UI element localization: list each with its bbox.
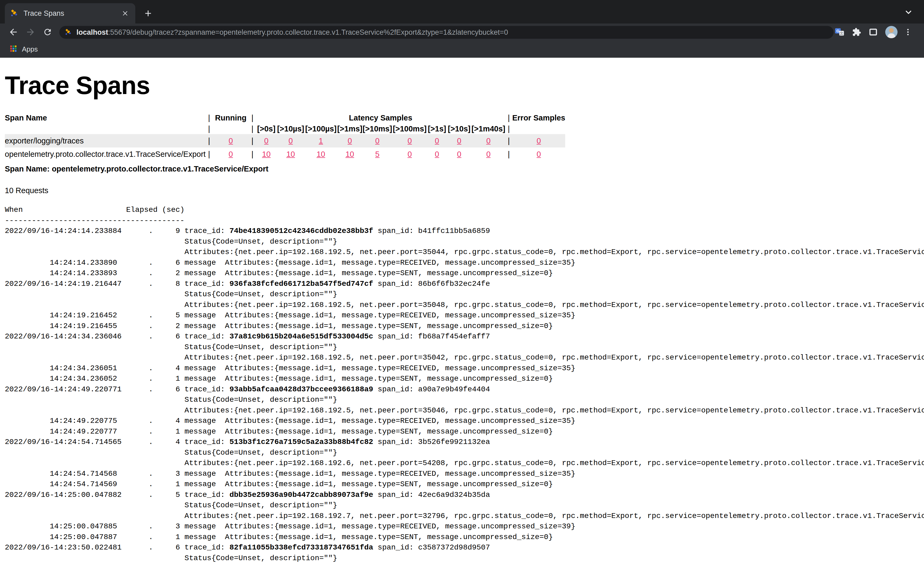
bucket-count-8-link[interactable]: 0: [486, 150, 491, 158]
running-count-link[interactable]: 0: [229, 137, 233, 145]
bucket-count-7: 0: [447, 134, 472, 147]
request-event-line: 14:24:14.233890 . 6 message Attributes:{…: [5, 258, 924, 268]
bucket-count-1-link[interactable]: 10: [286, 150, 295, 158]
side-panel-icon[interactable]: [866, 25, 880, 39]
bucket-count-5: 0: [392, 147, 427, 161]
separator: |: [205, 112, 213, 123]
error-count: 0: [512, 134, 565, 147]
forward-button[interactable]: [24, 25, 37, 39]
separator: |: [205, 134, 213, 147]
empty-cell: [5, 123, 205, 134]
log-header: When Elapsed (sec): [5, 205, 924, 215]
bucket-count-4: 0: [362, 134, 392, 147]
bucket-label-7: [>10s]: [447, 123, 472, 134]
col-span-name: Span Name: [5, 112, 205, 123]
bucket-count-0: 0: [256, 134, 277, 147]
col-latency-samples: Latency Samples: [256, 112, 505, 123]
bucket-count-8-link[interactable]: 0: [486, 137, 491, 145]
bucket-count-6-link[interactable]: 0: [435, 137, 439, 145]
bucket-count-2: 10: [305, 147, 337, 161]
bucket-count-5-link[interactable]: 0: [407, 137, 412, 145]
selected-span-name: Span Name: opentelemetry.proto.collector…: [5, 164, 924, 173]
bookmark-bar: Apps: [0, 40, 924, 58]
request-attributes-line: Attributes:{net.peer.ip=192.168.192.7, n…: [5, 511, 924, 521]
browser-window: Trace Spans: [0, 0, 924, 577]
bucket-count-7: 0: [447, 147, 472, 161]
request-attributes-line: Attributes:{net.peer.ip=192.168.192.6, n…: [5, 458, 924, 469]
bucket-count-7-link[interactable]: 0: [457, 150, 461, 158]
extensions-puzzle-icon[interactable]: [850, 25, 864, 39]
bucket-count-8: 0: [472, 147, 505, 161]
bucket-count-0: 10: [256, 147, 277, 161]
error-count-link[interactable]: 0: [536, 150, 541, 158]
bucket-count-4: 5: [362, 147, 392, 161]
tab-title: Trace Spans: [24, 9, 115, 18]
url-bar[interactable]: localhost:55679/debug/tracez?zspanname=o…: [59, 26, 834, 39]
separator: |: [505, 123, 512, 134]
request-event-line: 14:25:00.047887 . 1 message Attributes:{…: [5, 532, 924, 543]
request-event-line: 14:25:00.047885 . 3 message Attributes:{…: [5, 521, 924, 532]
request-when-line: 2022/09/16-14:23:50.022481 . 6 trace_id:…: [5, 542, 924, 553]
bucket-count-3: 10: [337, 147, 362, 161]
bucket-count-0-link[interactable]: 0: [264, 137, 268, 145]
bucket-label-1: [>10µs]: [277, 123, 305, 134]
running-count-link[interactable]: 0: [229, 150, 233, 158]
new-tab-button[interactable]: [142, 7, 155, 20]
avatar[interactable]: [884, 25, 898, 39]
bucket-count-2-link[interactable]: 10: [317, 150, 325, 158]
request-status-line: Status{Code=Unset, description=""}: [5, 500, 924, 511]
request-attributes-line: Attributes:{net.peer.ip=192.168.192.5, n…: [5, 247, 924, 258]
bucket-count-4-link[interactable]: 0: [375, 137, 380, 145]
bucket-count-3: 0: [337, 134, 362, 147]
svg-text:G: G: [836, 29, 840, 33]
requests-count: 10 Requests: [5, 186, 924, 195]
bucket-count-1: 0: [277, 134, 305, 147]
request-event-line: 14:24:34.236052 . 1 message Attributes:{…: [5, 374, 924, 384]
translate-icon[interactable]: G 文: [833, 25, 846, 39]
apps-grid-icon[interactable]: [10, 45, 17, 53]
bucket-count-5-link[interactable]: 0: [407, 150, 412, 158]
reload-button[interactable]: [40, 25, 55, 39]
request-when-line: 2022/09/16-14:24:14.233884 . 9 trace_id:…: [5, 226, 924, 237]
summary-header-row: Span Name | Running | Latency Samples | …: [5, 112, 565, 123]
request-status-line: Status{Code=Unset, description=""}: [5, 447, 924, 458]
span-row: exporter/logging/traces|0|001000000|0: [5, 134, 565, 147]
error-count: 0: [512, 147, 565, 161]
bucket-label-6: [>1s]: [427, 123, 447, 134]
request-event-line: 14:24:34.236051 . 4 message Attributes:{…: [5, 363, 924, 374]
back-button[interactable]: [6, 25, 20, 39]
bucket-label-2: [>100µs]: [305, 123, 337, 134]
bookmark-apps[interactable]: Apps: [22, 45, 38, 53]
running-count: 0: [213, 134, 249, 147]
url-path: :55679/debug/tracez?zspanname=openteleme…: [108, 28, 508, 36]
error-count-link[interactable]: 0: [536, 137, 541, 145]
browser-tab[interactable]: Trace Spans: [5, 3, 135, 24]
bucket-count-0-link[interactable]: 10: [262, 150, 271, 158]
bucket-count-1-link[interactable]: 0: [289, 137, 293, 145]
bucket-count-8: 0: [472, 134, 505, 147]
tab-close-icon[interactable]: [120, 8, 130, 18]
url-text[interactable]: localhost:55679/debug/tracez?zspanname=o…: [76, 28, 508, 37]
request-event-line: 14:24:54.714569 . 1 message Attributes:{…: [5, 479, 924, 490]
request-status-line: Status{Code=Unset, description=""}: [5, 553, 924, 564]
trace-id: 936fa38fcfed661712ba547f5ed747cf: [229, 280, 373, 288]
bucket-label-0: [>0s]: [256, 123, 277, 134]
bucket-count-3-link[interactable]: 10: [346, 150, 354, 158]
bucket-label-5: [>100ms]: [392, 123, 427, 134]
request-event-line: 14:24:49.220775 . 4 message Attributes:{…: [5, 416, 924, 426]
bucket-count-3-link[interactable]: 0: [347, 137, 352, 145]
tab-search-chevron-icon[interactable]: [903, 6, 914, 18]
bucket-count-7-link[interactable]: 0: [457, 137, 461, 145]
bucket-count-4-link[interactable]: 5: [375, 150, 380, 158]
bucket-count-6-link[interactable]: 0: [435, 150, 439, 158]
bucket-count-2-link[interactable]: 1: [319, 137, 323, 145]
separator: |: [205, 123, 213, 134]
bucket-count-5: 0: [392, 134, 427, 147]
bucket-label-8: [>1m40s]: [472, 123, 505, 134]
running-count: 0: [213, 147, 249, 161]
browser-menu-kebab-icon[interactable]: [901, 25, 915, 39]
request-status-line: Status{Code=Unset, description=""}: [5, 342, 924, 353]
separator: |: [505, 147, 512, 161]
separator: |: [205, 147, 213, 161]
empty-cell: [213, 123, 249, 134]
